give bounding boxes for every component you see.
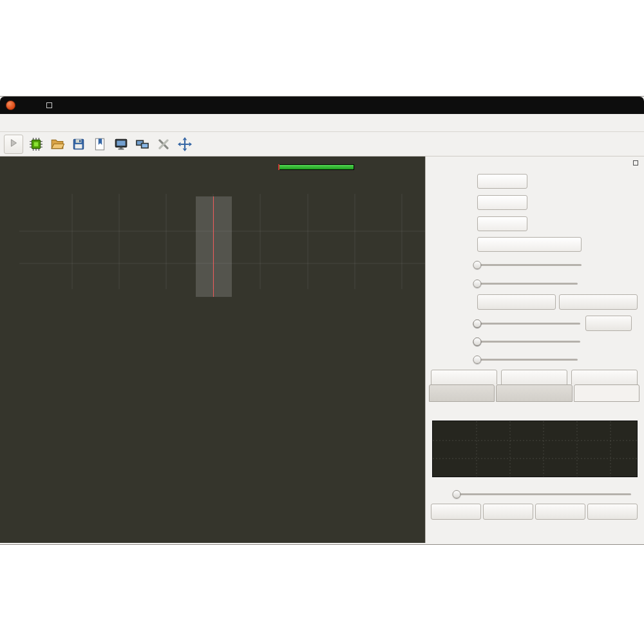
reset-button[interactable] <box>431 370 497 384</box>
peak-detect-button[interactable] <box>477 294 556 310</box>
toolbar <box>0 132 644 156</box>
open-folder-icon[interactable] <box>49 136 66 153</box>
slider-groove <box>477 341 580 343</box>
signal-level-bar <box>278 164 354 170</box>
slider-groove <box>457 493 631 495</box>
frequency-axis <box>0 289 425 298</box>
gain-row <box>431 486 638 502</box>
fft-size-select[interactable] <box>477 174 527 189</box>
averaging-slider[interactable] <box>477 259 582 271</box>
filter-bandwidth-overlay[interactable] <box>196 196 232 297</box>
tab-input-controls[interactable] <box>429 384 495 402</box>
udp-button[interactable] <box>431 504 481 520</box>
fft-size-row <box>431 173 638 189</box>
menu-help[interactable] <box>41 120 54 126</box>
slider-handle[interactable] <box>473 279 482 288</box>
signal-level-fill <box>279 165 354 169</box>
peak-row <box>431 294 638 310</box>
slider-handle[interactable] <box>473 355 482 364</box>
waterfall-display[interactable] <box>0 299 425 543</box>
waterfall-range-slider[interactable] <box>477 336 580 348</box>
play-icon <box>8 137 19 151</box>
gain-slider[interactable] <box>457 488 631 500</box>
menu-file[interactable] <box>3 120 15 126</box>
play-button[interactable] <box>535 504 585 520</box>
start-dsp-button[interactable] <box>4 135 23 154</box>
clipped-buttons-row <box>431 370 638 384</box>
averaging-row <box>431 256 638 273</box>
audio-fft-plot <box>432 421 638 477</box>
pandapter-range-slider[interactable] <box>477 317 580 330</box>
more-button[interactable] <box>587 504 638 520</box>
center-button[interactable] <box>501 370 567 384</box>
dbfs-meter <box>278 163 354 171</box>
io-devices-icon[interactable] <box>113 136 129 153</box>
fullscreen-icon[interactable] <box>176 136 193 153</box>
rate-row <box>431 194 638 211</box>
slider-high-handle[interactable] <box>473 319 482 328</box>
slider-high-handle[interactable] <box>473 337 482 346</box>
lock-button[interactable] <box>585 316 632 331</box>
window-select[interactable] <box>477 237 582 252</box>
save-icon[interactable] <box>70 136 87 153</box>
tuning-line[interactable] <box>213 196 214 297</box>
menu-view[interactable] <box>28 120 41 126</box>
freq-zoom-slider[interactable] <box>477 354 578 366</box>
rec-button[interactable] <box>483 504 533 520</box>
time-span-row <box>431 215 638 232</box>
fft-display-area[interactable] <box>0 156 425 543</box>
wf-db-row <box>431 333 638 350</box>
window-row <box>431 236 638 252</box>
window-title <box>0 97 644 114</box>
tab-fft-settings[interactable] <box>574 384 639 402</box>
dock-tab-bar <box>429 384 639 402</box>
demod-button[interactable] <box>571 370 638 384</box>
slider-groove <box>477 323 580 325</box>
tab-receiver-options[interactable] <box>496 384 572 402</box>
pandapter-split-slider[interactable] <box>477 278 578 290</box>
waterfall-canvas[interactable] <box>0 299 425 543</box>
rate-select[interactable] <box>477 195 527 210</box>
remote-control-icon[interactable] <box>134 136 151 153</box>
slider-groove <box>477 283 578 285</box>
signal-level-marker <box>278 164 279 170</box>
fft-settings-panel <box>425 156 644 543</box>
slider-groove <box>477 359 578 361</box>
pandapter-row <box>431 275 638 292</box>
dsp-chip-icon[interactable] <box>28 136 44 153</box>
bookmark-icon[interactable] <box>91 136 108 153</box>
peak-hold-button[interactable] <box>559 294 638 310</box>
pandapter-plot[interactable] <box>0 156 425 299</box>
pand-db-row <box>431 315 638 332</box>
title-bar[interactable] <box>0 97 644 114</box>
time-span-select[interactable] <box>477 216 527 231</box>
gqrx-window <box>0 97 644 544</box>
audio-buttons-row <box>431 504 638 520</box>
menu-bar <box>0 114 644 132</box>
float-panel-icon[interactable] <box>633 160 638 166</box>
menu-tools[interactable] <box>15 120 28 126</box>
freq-zoom-row <box>431 351 638 368</box>
slider-handle[interactable] <box>473 261 482 269</box>
slider-groove <box>477 264 582 266</box>
audio-spectrum-trace <box>433 421 638 477</box>
slider-handle[interactable] <box>453 490 461 498</box>
tools-icon[interactable] <box>155 136 172 153</box>
